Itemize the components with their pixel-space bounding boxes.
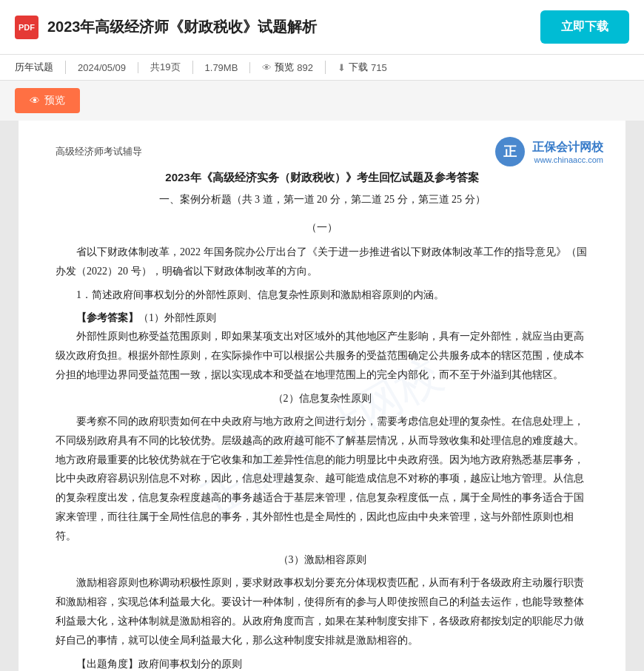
- pdf-icon: PDF: [15, 16, 38, 39]
- download-label: 下载: [349, 61, 368, 74]
- meta-download: ⬇ 下载 715: [326, 61, 399, 74]
- meta-preview: 👁 预览 892: [250, 61, 326, 74]
- paragraph-1: 省以下财政体制改革，2022 年国务院办公厅出台了《关于进一步推进省以下财政体制…: [56, 243, 588, 281]
- size-value: 1.79MB: [205, 62, 238, 73]
- preview-label: 预览: [275, 61, 294, 74]
- pages-value: 共19页: [150, 61, 180, 74]
- preview-bar: 👁 预览: [0, 81, 644, 121]
- header-left: PDF 2023年高级经济师《财政税收》试题解析: [15, 16, 318, 39]
- ans3-sub: （3）激励相容原则: [56, 550, 588, 569]
- category-label: 历年试题: [15, 61, 53, 74]
- ans2-paragraph: 要考察不同的政府职责如何在中央政府与地方政府之间进行划分，需要考虑信息处理的复杂…: [56, 412, 588, 546]
- answer-tag: 【参考答案】（1）外部性原则: [76, 308, 588, 327]
- doc-sub-title: 一、案例分析题（共 3 道，第一道 20 分，第二道 25 分，第三道 25 分…: [56, 190, 588, 209]
- question-1: 1．简述政府间事权划分的外部性原则、信息复杂性原则和激励相容原则的内涵。: [56, 286, 588, 304]
- document-area: 正 正保会计网校 www.chinaacc.com 正保会计网校 高级经济师考试…: [0, 121, 644, 671]
- ans3-paragraph: 激励相容原则也称调动积极性原则，要求财政事权划分要充分体现权责匹配，从而有利于各…: [56, 573, 588, 650]
- download-icon: ⬇: [338, 62, 346, 73]
- preview-count: 892: [297, 62, 313, 73]
- doc-main-title: 2023年《高级经济实务（财政税收）》考生回忆试题及参考答案: [56, 167, 588, 187]
- download-count: 715: [371, 62, 387, 73]
- download-button-header[interactable]: 立即下载: [540, 10, 629, 44]
- ans1-paragraph: 外部性原则也称受益范围原则，即如果某项支出对区域外的其他地区产生影响，具有一定外…: [56, 327, 588, 385]
- doc-subtitle: 高级经济师考试辅导: [56, 143, 588, 160]
- ans2-sub: （2）信息复杂性原则: [56, 389, 588, 408]
- meta-category: 历年试题: [15, 61, 66, 74]
- preview-btn-label: 预览: [44, 94, 65, 107]
- document-page: 正 正保会计网校 www.chinaacc.com 正保会计网校 高级经济师考试…: [19, 121, 625, 671]
- eye-icon: 👁: [262, 62, 272, 73]
- page-title: 2023年高级经济师《财政税收》试题解析: [47, 17, 318, 37]
- header: PDF 2023年高级经济师《财政税收》试题解析 立即下载: [0, 0, 644, 55]
- meta-date: 2024/05/09: [66, 62, 138, 73]
- section1-label: （一）: [56, 218, 588, 237]
- date-value: 2024/05/09: [78, 62, 126, 73]
- document-content: 高级经济师考试辅导 2023年《高级经济实务（财政税收）》考生回忆试题及参考答案…: [56, 143, 588, 671]
- tag1: 【出题角度】政府间事权划分的原则: [76, 655, 588, 671]
- preview-button[interactable]: 👁 预览: [15, 88, 80, 113]
- meta-pages: 共19页: [138, 61, 192, 74]
- eye-preview-icon: 👁: [30, 95, 40, 107]
- meta-bar: 历年试题 2024/05/09 共19页 1.79MB 👁 预览 892 ⬇ 下…: [0, 55, 644, 81]
- meta-size: 1.79MB: [193, 62, 251, 73]
